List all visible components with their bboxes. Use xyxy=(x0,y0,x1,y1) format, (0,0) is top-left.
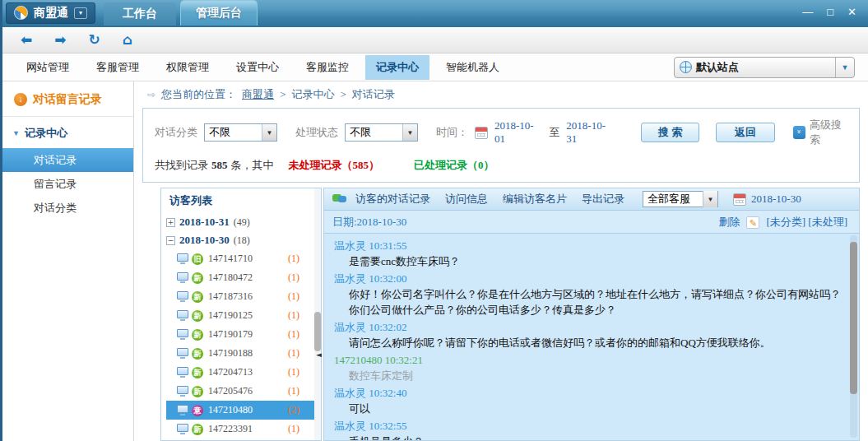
visitor-row-147141710[interactable]: 旧147141710(1) xyxy=(166,249,321,268)
visitor-id: 147141710 xyxy=(208,253,253,265)
visitor-row-147223391[interactable]: 新147223391(1) xyxy=(166,420,321,439)
date-from-value[interactable]: 2018-10-01 xyxy=(494,119,542,146)
scrollbar-thumb[interactable] xyxy=(850,242,857,394)
maximize-button[interactable]: □ xyxy=(827,6,833,18)
visitor-badge-new-icon: 新 xyxy=(192,348,203,360)
double-chevron-down-icon: » xyxy=(793,126,805,139)
visitor-row-147190125[interactable]: 新147190125(1) xyxy=(166,306,321,325)
window-tab-active[interactable]: 管理后台 xyxy=(180,0,258,26)
forward-icon[interactable]: ➡ xyxy=(54,33,66,47)
visitor-session-count: (1) xyxy=(288,328,299,341)
message-text: 数控车床定制 xyxy=(334,368,841,383)
monitor-icon xyxy=(177,367,189,378)
back-icon[interactable]: ⬅ xyxy=(21,33,32,47)
advanced-search-label: 高级搜索 xyxy=(810,118,851,147)
panel-collapse-arrow[interactable]: ◄ xyxy=(316,350,322,359)
chat-bubbles-icon xyxy=(332,193,347,205)
sidebar-items: 对话记录留言记录对话分类 xyxy=(2,148,133,220)
advanced-search-toggle[interactable]: » 高级搜索 xyxy=(793,118,851,147)
home-icon[interactable]: ⌂ xyxy=(123,33,132,47)
refresh-icon[interactable]: ↻ xyxy=(89,33,100,47)
visitor-session-count: (1) xyxy=(288,309,299,322)
group-date: 2018-10-30 xyxy=(179,234,230,247)
result-stats: 共找到记录 585 条，其中 未处理记录（585） 已处理记录（0） xyxy=(155,158,851,173)
app-logo-box[interactable]: 商盟通 ▾ xyxy=(6,2,95,24)
search-button[interactable]: 搜 索 xyxy=(641,123,699,142)
app-menu-dropdown-icon[interactable]: ▾ xyxy=(74,7,87,19)
chat-tab[interactable]: 访问信息 xyxy=(445,192,488,207)
chat-scrollbar[interactable] xyxy=(850,235,857,438)
agent-filter-select[interactable]: 全部客服 ▼ xyxy=(643,191,718,207)
app-window: 商盟通 ▾ 工作台管理后台 —□✕ ⬅➡↻⌂ 网站管理客服管理权限管理设置中心客… xyxy=(0,0,868,441)
visitor-group-2018-10-31[interactable]: +2018-10-31(49) xyxy=(166,213,321,231)
menu-item[interactable]: 设置中心 xyxy=(225,55,290,80)
date-to-value[interactable]: 2018-10-31 xyxy=(566,119,614,146)
breadcrumb-section-link[interactable]: 记录中心 xyxy=(291,87,334,102)
breadcrumb-separator: > xyxy=(280,88,285,101)
calendar-icon[interactable] xyxy=(475,127,488,139)
breadcrumb-home-link[interactable]: 商盟通 xyxy=(242,87,274,102)
visitor-id: 147204713 xyxy=(208,366,253,378)
visitor-list-scrollbar[interactable] xyxy=(314,188,321,440)
visitor-group-2018-10-30[interactable]: −2018-10-30(18) xyxy=(166,231,321,249)
status-select-value: 不限 xyxy=(350,125,371,140)
sidebar-item[interactable]: 对话分类 xyxy=(2,196,133,220)
sidebar-item[interactable]: 对话记录 xyxy=(2,148,133,172)
chat-date-picker[interactable]: 2018-10-30 xyxy=(733,193,801,206)
back-button[interactable]: 返回 xyxy=(716,123,774,142)
collapse-icon[interactable]: − xyxy=(166,236,175,245)
visitor-badge-new-icon: 新 xyxy=(192,291,203,303)
site-selector-dropdown-icon[interactable]: ▼ xyxy=(835,58,854,77)
category-select[interactable]: 不限 ▼ xyxy=(204,123,277,142)
expand-icon[interactable]: + xyxy=(166,218,175,227)
select-arrow-icon[interactable]: ▼ xyxy=(703,191,717,207)
menu-item[interactable]: 客服管理 xyxy=(86,55,150,80)
visitor-row-147210480[interactable]: 意147210480(2) xyxy=(166,401,321,420)
visitor-row-147226657[interactable]: 新147226657(1) xyxy=(166,439,321,440)
calendar-icon xyxy=(733,193,746,206)
visitor-row-147205476[interactable]: 新147205476(1) xyxy=(166,382,321,401)
monitor-icon xyxy=(177,386,189,397)
chat-tab[interactable]: 访客的对话记录 xyxy=(355,192,430,207)
select-arrow-icon[interactable]: ▼ xyxy=(262,124,276,141)
message-text: 是需要cnc数控车床吗？ xyxy=(334,253,841,269)
processed-records-link[interactable]: 已处理记录（0） xyxy=(414,158,494,173)
menu-item[interactable]: 智能机器人 xyxy=(435,55,510,80)
visitor-row-147187316[interactable]: 新147187316(1) xyxy=(166,287,321,306)
visitor-row-147190188[interactable]: 新147190188(1) xyxy=(166,344,321,363)
record-panels: ◄ 访客列表 +2018-10-31(49)−2018-10-30(18)旧14… xyxy=(160,188,860,441)
sidebar-item[interactable]: 留言记录 xyxy=(2,172,133,196)
menu-item[interactable]: 权限管理 xyxy=(155,55,220,80)
visitor-row-147190179[interactable]: 新147190179(1) xyxy=(166,325,321,344)
visitor-row-147180472[interactable]: 新147180472(1) xyxy=(166,268,321,287)
visitor-badge-intent-icon: 意 xyxy=(192,405,203,416)
select-arrow-icon[interactable]: ▼ xyxy=(402,124,417,141)
sidebar-group-record-center[interactable]: ▼ 记录中心 xyxy=(2,117,133,148)
visitor-badge-new-icon: 新 xyxy=(192,367,203,378)
sidebar-group-label: 记录中心 xyxy=(25,126,67,141)
menu-item[interactable]: 记录中心 xyxy=(365,55,429,80)
unprocessed-records-link[interactable]: 未处理记录（585） xyxy=(289,158,380,173)
stats-suffix: 条，其中 xyxy=(231,158,274,173)
menu-item[interactable]: 网站管理 xyxy=(16,55,80,80)
agent-filter-value: 全部客服 xyxy=(648,192,690,207)
category-select-value: 不限 xyxy=(209,125,230,140)
edit-pencil-icon[interactable]: ✎ xyxy=(746,216,759,229)
window-tab-inactive[interactable]: 工作台 xyxy=(104,2,176,26)
visitor-row-147204713[interactable]: 新147204713(1) xyxy=(166,363,321,382)
status-select[interactable]: 不限 ▼ xyxy=(345,123,418,142)
session-tags[interactable]: [未分类] [未处理] xyxy=(766,215,847,230)
close-button[interactable]: ✕ xyxy=(847,6,856,18)
minimize-button[interactable]: — xyxy=(802,6,813,18)
scrollbar-thumb[interactable] xyxy=(314,312,321,351)
site-selector[interactable]: 默认站点 ▼ xyxy=(674,57,855,78)
menu-item[interactable]: 客服监控 xyxy=(295,55,360,80)
delete-link[interactable]: 删除 xyxy=(718,215,740,230)
group-count: (49) xyxy=(234,216,250,229)
breadcrumb-prefix: 您当前的位置： xyxy=(161,87,236,102)
menu-bar: 网站管理客服管理权限管理设置中心客服监控记录中心智能机器人 默认站点 ▼ xyxy=(2,53,868,81)
navigation-toolbar: ⬅➡↻⌂ xyxy=(2,27,868,53)
window-tabs: 工作台管理后台 xyxy=(104,0,262,26)
chat-tab[interactable]: 编辑访客名片 xyxy=(503,192,567,207)
chat-tab[interactable]: 导出记录 xyxy=(582,192,624,207)
